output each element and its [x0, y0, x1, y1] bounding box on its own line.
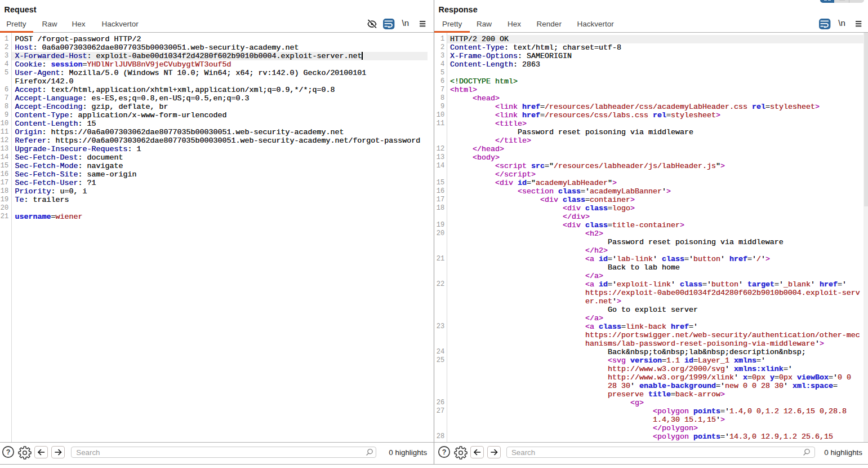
svg-text:?: ?	[6, 448, 10, 456]
svg-text:?: ?	[442, 448, 446, 456]
